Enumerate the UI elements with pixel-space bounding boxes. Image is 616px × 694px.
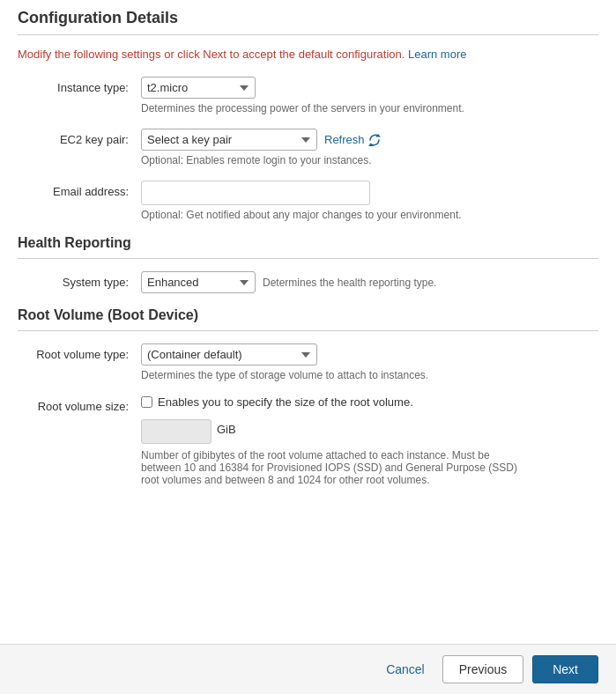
health-reporting-title: Health Reporting: [18, 235, 598, 259]
root-volume-type-label: Root volume type:: [18, 343, 141, 361]
email-address-row: Email address: Optional: Get notified ab…: [18, 181, 598, 221]
root-volume-title: Root Volume (Boot Device): [18, 307, 598, 331]
root-volume-size-checkbox-help: Enables you to specify the size of the r…: [158, 395, 413, 409]
help-line2: between 10 and 16384 for Provisioned IOP…: [141, 461, 517, 474]
help-line3: root volumes and between 8 and 1024 for …: [141, 474, 430, 486]
email-address-input-row: [141, 181, 598, 205]
gib-input[interactable]: [141, 419, 212, 444]
instance-type-control: t2.micro t2.small t2.medium t3.micro Det…: [141, 77, 598, 114]
refresh-keypair-link[interactable]: Refresh: [324, 133, 381, 146]
refresh-icon: [368, 134, 381, 146]
ec2-keypair-control: Select a key pair Refresh: [141, 129, 598, 166]
root-volume-type-row: Root volume type: (Container default) SS…: [18, 343, 598, 381]
instance-type-row: Instance type: t2.micro t2.small t2.medi…: [18, 77, 598, 114]
ec2-keypair-input-row: Select a key pair Refresh: [141, 129, 598, 151]
root-volume-size-help1: Number of gibibytes of the root volume a…: [141, 449, 598, 486]
root-volume-type-input-row: (Container default) SSD (gp2) Provisione…: [141, 343, 598, 365]
cancel-button[interactable]: Cancel: [377, 657, 434, 682]
system-type-input-row: Enhanced Basic Determines the health rep…: [141, 271, 598, 293]
root-volume-size-checkbox[interactable]: [141, 396, 152, 408]
page-title: Configuration Details: [18, 9, 598, 35]
instance-type-input-row: t2.micro t2.small t2.medium t3.micro: [141, 77, 598, 99]
system-type-help: Determines the health reporting type.: [263, 277, 436, 289]
previous-button[interactable]: Previous: [442, 655, 523, 683]
main-content: Configuration Details Modify the followi…: [0, 0, 616, 644]
ec2-keypair-help: Optional: Enables remote login to your i…: [141, 154, 598, 166]
email-address-label: Email address:: [18, 181, 141, 198]
intro-body: Modify the following settings or click N…: [18, 48, 404, 61]
root-volume-size-control: Enables you to specify the size of the r…: [141, 395, 598, 486]
system-type-label: System type:: [18, 271, 141, 289]
email-input[interactable]: [141, 181, 370, 205]
page-container: Configuration Details Modify the followi…: [0, 0, 616, 694]
instance-type-select[interactable]: t2.micro t2.small t2.medium t3.micro: [141, 77, 256, 99]
footer: Cancel Previous Next: [0, 644, 616, 694]
next-button[interactable]: Next: [532, 655, 598, 683]
learn-more-link[interactable]: Learn more: [408, 48, 466, 61]
system-type-row: System type: Enhanced Basic Determines t…: [18, 271, 598, 293]
ec2-keypair-label: EC2 key pair:: [18, 129, 141, 146]
help-line1: Number of gibibytes of the root volume a…: [141, 449, 490, 461]
email-address-help: Optional: Get notified about any major c…: [141, 209, 598, 221]
ec2-keypair-select[interactable]: Select a key pair: [141, 129, 317, 151]
ec2-keypair-row: EC2 key pair: Select a key pair Refresh: [18, 129, 598, 166]
intro-text: Modify the following settings or click N…: [18, 48, 598, 61]
root-volume-size-row: Root volume size: Enables you to specify…: [18, 395, 598, 486]
system-type-control: Enhanced Basic Determines the health rep…: [141, 271, 598, 293]
gib-unit: GiB: [217, 423, 236, 436]
root-volume-type-select[interactable]: (Container default) SSD (gp2) Provisione…: [141, 343, 317, 365]
root-volume-type-help: Determines the type of storage volume to…: [141, 369, 598, 381]
root-volume-size-checkbox-label[interactable]: Enables you to specify the size of the r…: [141, 395, 598, 409]
instance-type-label: Instance type:: [18, 77, 141, 94]
refresh-label: Refresh: [324, 133, 365, 146]
email-address-control: Optional: Get notified about any major c…: [141, 181, 598, 221]
instance-type-help: Determines the processing power of the s…: [141, 102, 598, 114]
root-volume-type-control: (Container default) SSD (gp2) Provisione…: [141, 343, 598, 381]
root-volume-size-label: Root volume size:: [18, 395, 141, 413]
system-type-select[interactable]: Enhanced Basic: [141, 271, 256, 293]
gib-row: GiB: [141, 414, 598, 444]
